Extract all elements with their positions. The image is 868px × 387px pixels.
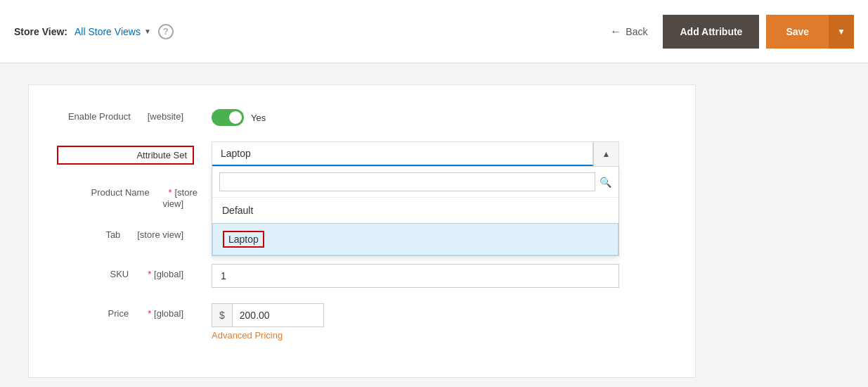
header-left: Store View: All Store Views ▼ ?	[14, 24, 174, 39]
enable-product-toggle[interactable]	[212, 109, 244, 126]
enable-product-label-col: Enable Product [website]	[57, 106, 212, 122]
sku-input[interactable]	[212, 264, 619, 288]
store-view-label: Store View:	[14, 26, 67, 37]
dropdown-item-default-label: Default	[222, 205, 253, 216]
sku-label: SKU	[110, 265, 143, 279]
dropdown-item-default[interactable]: Default	[212, 198, 618, 223]
sku-scope: [global]	[154, 265, 197, 279]
chevron-down-icon: ▼	[837, 27, 846, 37]
back-button[interactable]: ← Back	[602, 20, 656, 44]
header-bar: Store View: All Store Views ▼ ? ← Back A…	[0, 0, 868, 63]
advanced-pricing-link[interactable]: Advanced Pricing	[212, 330, 324, 341]
save-dropdown-button[interactable]: ▼	[829, 15, 854, 49]
product-name-label: Product Name	[91, 183, 164, 198]
sku-row: SKU * [global]	[57, 264, 667, 288]
dropdown-search-container: 🔍	[212, 167, 618, 198]
price-label: Price	[108, 304, 143, 319]
attribute-set-wrapper: Laptop ▲ 🔍 Default Laptop	[212, 141, 667, 167]
sku-required: *	[148, 269, 151, 279]
product-name-label-col: Product Name * [store view]	[57, 182, 212, 209]
attribute-set-label-col: Attribute Set	[57, 141, 212, 165]
price-required: *	[148, 308, 151, 319]
price-label-col: Price * [global]	[57, 303, 212, 319]
tab-label-col: Tab [store view]	[57, 224, 212, 240]
save-button[interactable]: Save	[766, 15, 829, 49]
enable-product-value: Yes	[251, 113, 266, 123]
attribute-set-arrow[interactable]: ▲	[593, 142, 618, 166]
chevron-down-icon: ▼	[144, 27, 151, 35]
price-scope: [global]	[154, 304, 197, 319]
store-view-value: All Store Views	[75, 26, 141, 37]
attribute-set-dropdown-panel: 🔍 Default Laptop	[212, 167, 619, 256]
search-icon[interactable]: 🔍	[600, 177, 611, 188]
price-input[interactable]	[233, 304, 303, 326]
store-view-dropdown[interactable]: All Store Views ▼	[75, 26, 151, 37]
price-row: Price * [global] $ Advanced Pricing	[57, 303, 667, 341]
add-attribute-button[interactable]: Add Attribute	[663, 15, 759, 49]
sku-label-col: SKU * [global]	[57, 264, 212, 279]
dropdown-search-input[interactable]	[219, 172, 595, 191]
enable-product-label: Enable Product	[68, 107, 145, 122]
attribute-set-row: Attribute Set Laptop ▲ 🔍 Default	[57, 141, 667, 167]
tab-label: Tab	[105, 225, 134, 240]
save-btn-group: Save ▼	[766, 15, 854, 49]
attribute-set-value: Laptop	[212, 142, 593, 166]
main-content: Enable Product [website] Yes Attribute S…	[0, 63, 868, 387]
product-name-scope: [store view]	[162, 183, 197, 209]
enable-product-toggle-wrapper: Yes	[212, 106, 266, 126]
tab-scope: [store view]	[137, 225, 197, 240]
back-arrow-icon: ←	[610, 25, 621, 38]
help-icon[interactable]: ?	[158, 24, 174, 39]
price-input-wrapper: $	[212, 303, 324, 327]
price-currency-symbol: $	[212, 304, 233, 326]
form-section: Enable Product [website] Yes Attribute S…	[28, 84, 696, 378]
attribute-set-select[interactable]: Laptop ▲	[212, 141, 619, 167]
dropdown-item-laptop-label: Laptop	[223, 231, 264, 248]
dropdown-item-laptop[interactable]: Laptop	[212, 223, 618, 255]
enable-product-row: Enable Product [website] Yes	[57, 106, 667, 126]
enable-product-scope: [website]	[148, 107, 197, 122]
header-right: ← Back Add Attribute Save ▼	[602, 15, 854, 49]
attribute-set-label: Attribute Set	[57, 146, 194, 165]
price-field-wrapper: $ Advanced Pricing	[212, 303, 324, 341]
